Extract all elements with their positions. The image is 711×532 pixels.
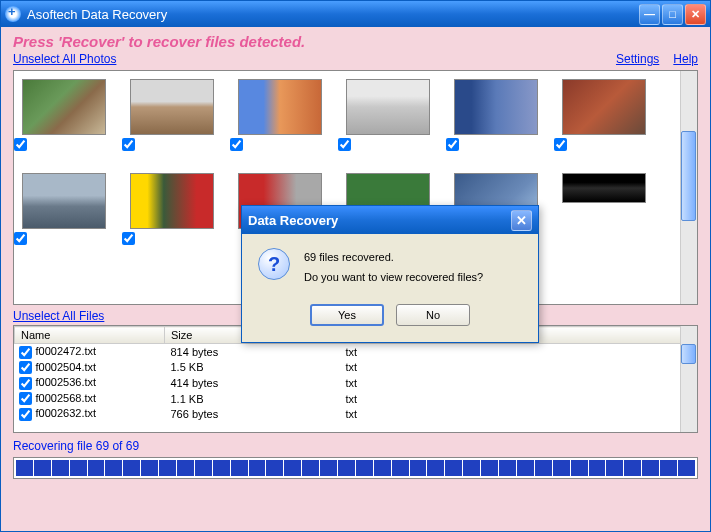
progress-block bbox=[517, 460, 534, 476]
photo-checkbox[interactable] bbox=[122, 138, 135, 151]
yes-button[interactable]: Yes bbox=[310, 304, 384, 326]
file-checkbox[interactable] bbox=[19, 392, 32, 405]
file-scrollbar-thumb[interactable] bbox=[681, 344, 696, 364]
progress-block bbox=[231, 460, 248, 476]
unselect-photos-link[interactable]: Unselect All Photos bbox=[13, 52, 116, 66]
progress-block bbox=[88, 460, 105, 476]
thumbnail-image[interactable] bbox=[562, 79, 646, 135]
progress-block bbox=[624, 460, 641, 476]
maximize-button[interactable]: □ bbox=[662, 4, 683, 25]
status-text: Recovering file 69 of 69 bbox=[13, 439, 698, 453]
progress-block bbox=[302, 460, 319, 476]
photo-thumb[interactable] bbox=[562, 79, 646, 155]
question-icon: ? bbox=[258, 248, 290, 280]
photo-checkbox[interactable] bbox=[230, 138, 243, 151]
progress-block bbox=[105, 460, 122, 476]
progress-block bbox=[374, 460, 391, 476]
progress-block bbox=[535, 460, 552, 476]
table-row[interactable]: f0002632.txt766 bytestxt bbox=[15, 406, 697, 422]
file-size: 1.1 KB bbox=[165, 391, 340, 407]
progress-block bbox=[553, 460, 570, 476]
progress-bar bbox=[13, 457, 698, 479]
file-checkbox[interactable] bbox=[19, 346, 32, 359]
thumbnail-image[interactable] bbox=[130, 173, 214, 229]
unselect-files-link[interactable]: Unselect All Files bbox=[13, 309, 104, 323]
photo-checkbox[interactable] bbox=[446, 138, 459, 151]
file-scrollbar[interactable] bbox=[680, 326, 697, 432]
thumbnail-image[interactable] bbox=[562, 173, 646, 203]
dialog-message-row: ? 69 files recovered. Do you want to vie… bbox=[258, 248, 522, 288]
photo-scrollbar-thumb[interactable] bbox=[681, 131, 696, 221]
dialog-text: 69 files recovered. Do you want to view … bbox=[304, 248, 483, 288]
progress-block bbox=[660, 460, 677, 476]
photo-thumb[interactable] bbox=[130, 173, 214, 249]
progress-block bbox=[642, 460, 659, 476]
file-checkbox[interactable] bbox=[19, 408, 32, 421]
progress-block bbox=[123, 460, 140, 476]
file-ext: txt bbox=[340, 391, 490, 407]
dialog: Data Recovery ✕ ? 69 files recovered. Do… bbox=[241, 205, 539, 343]
file-size: 414 bytes bbox=[165, 375, 340, 391]
app-window: Asoftech Data Recovery — □ ✕ Press 'Reco… bbox=[0, 0, 711, 532]
progress-block bbox=[499, 460, 516, 476]
help-link[interactable]: Help bbox=[673, 52, 698, 66]
photo-thumb[interactable] bbox=[238, 79, 322, 155]
settings-link[interactable]: Settings bbox=[616, 52, 659, 66]
progress-block bbox=[571, 460, 588, 476]
photo-thumb[interactable] bbox=[346, 79, 430, 155]
progress-block bbox=[678, 460, 695, 476]
photo-checkbox[interactable] bbox=[554, 138, 567, 151]
instruction-text: Press 'Recover' to recover files detecte… bbox=[13, 33, 698, 50]
progress-block bbox=[249, 460, 266, 476]
close-button[interactable]: ✕ bbox=[685, 4, 706, 25]
thumbnail-image[interactable] bbox=[346, 79, 430, 135]
col-name[interactable]: Name bbox=[15, 327, 165, 344]
progress-block bbox=[70, 460, 87, 476]
file-checkbox[interactable] bbox=[19, 361, 32, 374]
table-row[interactable]: f0002568.txt1.1 KBtxt bbox=[15, 391, 697, 407]
thumbnail-image[interactable] bbox=[22, 79, 106, 135]
thumbnail-image[interactable] bbox=[130, 79, 214, 135]
thumbnail-image[interactable] bbox=[454, 79, 538, 135]
progress-block bbox=[52, 460, 69, 476]
photo-checkbox[interactable] bbox=[122, 232, 135, 245]
no-button[interactable]: No bbox=[396, 304, 470, 326]
file-checkbox[interactable] bbox=[19, 377, 32, 390]
progress-block bbox=[141, 460, 158, 476]
table-row[interactable]: f0002536.txt414 bytestxt bbox=[15, 375, 697, 391]
photo-thumb[interactable] bbox=[22, 173, 106, 249]
photo-scrollbar[interactable] bbox=[680, 71, 697, 304]
dialog-title: Data Recovery bbox=[248, 213, 511, 228]
photo-thumb[interactable] bbox=[22, 79, 106, 155]
photo-checkbox[interactable] bbox=[338, 138, 351, 151]
progress-block bbox=[392, 460, 409, 476]
photo-thumb[interactable] bbox=[454, 79, 538, 155]
file-name: f0002536.txt bbox=[36, 376, 97, 388]
file-ext: txt bbox=[340, 406, 490, 422]
dialog-close-button[interactable]: ✕ bbox=[511, 210, 532, 231]
dialog-body: ? 69 files recovered. Do you want to vie… bbox=[242, 234, 538, 342]
progress-block bbox=[159, 460, 176, 476]
file-name: f0002632.txt bbox=[36, 407, 97, 419]
table-row[interactable]: f0002504.txt1.5 KBtxt bbox=[15, 360, 697, 376]
thumbnail-image[interactable] bbox=[238, 79, 322, 135]
progress-block bbox=[356, 460, 373, 476]
progress-block bbox=[445, 460, 462, 476]
table-row[interactable]: f0002472.txt814 bytestxt bbox=[15, 344, 697, 360]
progress-block bbox=[320, 460, 337, 476]
dialog-buttons: Yes No bbox=[258, 304, 522, 326]
photo-checkbox[interactable] bbox=[14, 232, 27, 245]
photo-thumb[interactable] bbox=[562, 173, 646, 213]
file-ext: txt bbox=[340, 360, 490, 376]
right-links: Settings Help bbox=[616, 52, 698, 66]
progress-block bbox=[427, 460, 444, 476]
photo-thumb[interactable] bbox=[130, 79, 214, 155]
titlebar: Asoftech Data Recovery — □ ✕ bbox=[1, 1, 710, 27]
window-controls: — □ ✕ bbox=[639, 4, 706, 25]
thumbnail-image[interactable] bbox=[22, 173, 106, 229]
progress-block bbox=[463, 460, 480, 476]
progress-block bbox=[410, 460, 427, 476]
minimize-button[interactable]: — bbox=[639, 4, 660, 25]
photo-checkbox[interactable] bbox=[14, 138, 27, 151]
file-name: f0002568.txt bbox=[36, 392, 97, 404]
